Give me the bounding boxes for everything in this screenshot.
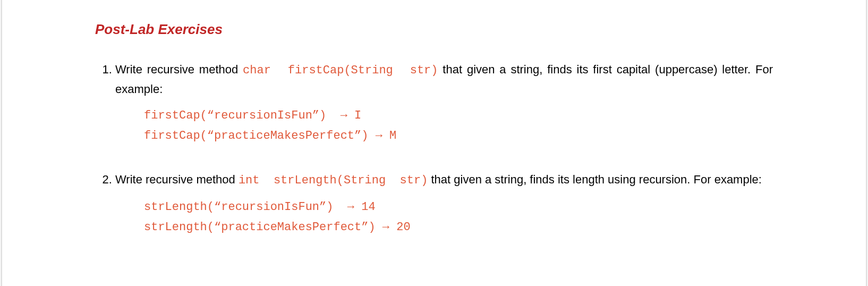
prompt-pre-text: Write recursive method bbox=[115, 173, 239, 186]
example-line: strLength(“practiceMakesPerfect”) → 20 bbox=[144, 217, 773, 237]
prompt-code-text: char firstCap(String str) bbox=[243, 64, 438, 77]
exercise-list: Write recursive method char firstCap(Str… bbox=[95, 60, 773, 237]
section-heading: Post-Lab Exercises bbox=[95, 21, 773, 38]
exercise-prompt: Write recursive method char firstCap(Str… bbox=[115, 60, 773, 98]
example-line: strLength(“recursionIsFun”) → 14 bbox=[144, 197, 773, 217]
exercise-item: Write recursive method int strLength(Str… bbox=[115, 170, 773, 237]
exercise-prompt: Write recursive method int strLength(Str… bbox=[115, 170, 773, 190]
example-line: firstCap(“practiceMakesPerfect”) → M bbox=[144, 126, 773, 146]
example-block: strLength(“recursionIsFun”) → 14 strLeng… bbox=[144, 197, 773, 237]
example-block: firstCap(“recursionIsFun”) → I firstCap(… bbox=[144, 106, 773, 146]
example-line: firstCap(“recursionIsFun”) → I bbox=[144, 106, 773, 125]
page-container: Post-Lab Exercises Write recursive metho… bbox=[1, 0, 867, 286]
exercise-item: Write recursive method char firstCap(Str… bbox=[115, 60, 773, 146]
prompt-code-text: int strLength(String str) bbox=[239, 174, 428, 187]
prompt-post-text: that given a string, finds its length us… bbox=[428, 173, 762, 186]
prompt-pre-text: Write recursive method bbox=[115, 63, 243, 76]
